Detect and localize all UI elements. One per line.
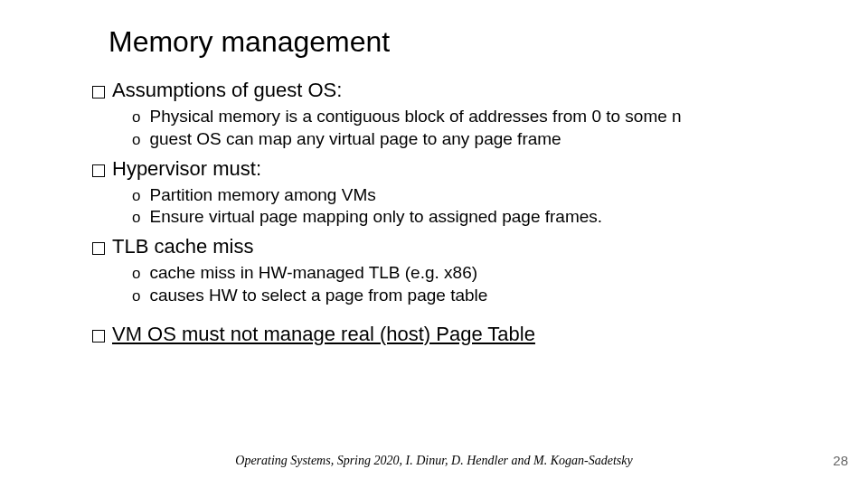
bullet-level1: TLB cache miss [92,235,814,258]
section: Assumptions of guest OS: o Physical memo… [92,79,814,150]
bullet-level1: Assumptions of guest OS: [92,79,814,102]
circle-bullet-icon: o [132,130,140,149]
square-bullet-icon [92,330,105,343]
heading-text: Assumptions of guest OS: [112,79,342,102]
item-text: causes HW to select a page from page tab… [149,285,487,306]
item-text: guest OS can map any virtual page to any… [149,128,561,150]
bullet-level2: o Partition memory among VMs [132,184,814,206]
circle-bullet-icon: o [132,108,140,127]
square-bullet-icon [92,86,105,99]
footer-text: Operating Systems, Spring 2020, I. Dinur… [0,454,868,468]
bullet-level2: o guest OS can map any virtual page to a… [132,128,814,150]
heading-text: Hypervisor must: [112,157,261,181]
slide-content: Assumptions of guest OS: o Physical memo… [92,79,814,346]
bullet-level2: o Ensure virtual page mapping only to as… [132,206,814,228]
item-text: cache miss in HW-managed TLB (e.g. x86) [149,262,477,284]
item-text: Physical memory is a contiguous block of… [149,106,681,127]
square-bullet-icon [92,242,105,255]
circle-bullet-icon: o [132,264,140,283]
item-text: Partition memory among VMs [149,184,375,206]
item-text: Ensure virtual page mapping only to assi… [149,206,602,228]
heading-text: VM OS must not manage real (host) Page T… [112,323,535,346]
bullet-level2: o Physical memory is a contiguous block … [132,106,814,127]
bullet-level1: Hypervisor must: [92,157,814,181]
circle-bullet-icon: o [132,186,140,205]
bullet-level2: o cache miss in HW-managed TLB (e.g. x86… [132,262,814,284]
slide: Memory management Assumptions of guest O… [0,0,868,488]
circle-bullet-icon: o [132,286,140,305]
bullet-level2: o causes HW to select a page from page t… [132,285,814,306]
bullet-level1: VM OS must not manage real (host) Page T… [92,323,814,346]
section: VM OS must not manage real (host) Page T… [92,323,814,346]
section: TLB cache miss o cache miss in HW-manage… [92,235,814,306]
page-number: 28 [833,453,848,468]
section: Hypervisor must: o Partition memory amon… [92,157,814,229]
square-bullet-icon [92,164,105,177]
heading-text: TLB cache miss [112,235,254,258]
slide-footer: Operating Systems, Spring 2020, I. Dinur… [0,454,868,468]
slide-title: Memory management [108,25,868,59]
circle-bullet-icon: o [132,208,140,227]
